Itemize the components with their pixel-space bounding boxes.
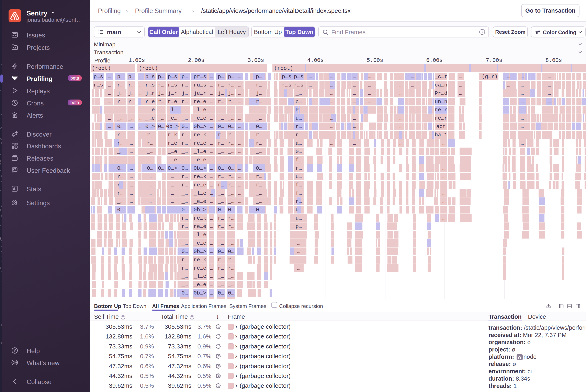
svg-text:…: … <box>399 90 402 96</box>
svg-text:…: … <box>210 174 213 180</box>
svg-text:…: … <box>521 82 524 88</box>
svg-text:0b…>: 0b…> <box>194 290 206 296</box>
svg-text:0…: 0… <box>228 248 234 254</box>
svg-text:…: … <box>210 132 213 138</box>
svg-text:_e…e: _e…e <box>193 115 206 121</box>
svg-text:p…s: p…s <box>145 74 155 80</box>
svg-text:…: … <box>210 198 213 204</box>
svg-text:0…>: 0…> <box>168 165 177 171</box>
svg-text:0…: 0… <box>256 124 262 130</box>
svg-text:act: act <box>436 124 446 130</box>
svg-text:…: … <box>330 124 333 130</box>
svg-text:…: … <box>130 148 133 155</box>
svg-text:r…: r… <box>147 140 153 146</box>
svg-text:r…: r… <box>228 265 234 271</box>
svg-text:r…: r… <box>256 174 262 180</box>
svg-text:_…: _… <box>181 107 188 113</box>
svg-text:r…s: r…s <box>145 82 155 88</box>
svg-text:…: … <box>210 157 213 163</box>
svg-text:…: … <box>210 248 213 254</box>
svg-text:…: … <box>210 273 213 280</box>
svg-text:…: … <box>148 190 152 196</box>
svg-text:…: … <box>399 140 402 146</box>
svg-text:_…: _… <box>228 282 234 288</box>
svg-text:_…: _… <box>181 282 188 288</box>
svg-text:…: … <box>507 82 510 88</box>
svg-text:r…: r… <box>117 174 123 180</box>
svg-text:…: … <box>399 132 402 138</box>
svg-text:_…: _… <box>217 148 224 155</box>
svg-text:r…: r… <box>117 182 123 188</box>
svg-text:0…: 0… <box>158 124 164 130</box>
svg-text:…: … <box>130 190 133 196</box>
svg-text:…: … <box>238 165 241 171</box>
svg-text:…: … <box>411 74 414 80</box>
svg-text:j…: j… <box>117 90 123 96</box>
svg-text:…: … <box>108 99 111 105</box>
svg-text:…: … <box>238 115 241 121</box>
svg-text:…: … <box>368 74 371 80</box>
svg-text:r…: r… <box>228 140 234 146</box>
svg-text:…: … <box>139 74 143 80</box>
svg-text:…: … <box>442 190 445 196</box>
svg-text:…: … <box>353 82 356 88</box>
svg-text:r…: r… <box>117 99 123 105</box>
svg-text:…: … <box>353 99 356 105</box>
svg-text:u…: u… <box>295 215 302 221</box>
svg-text:…: … <box>521 90 524 96</box>
svg-text:0b…>: 0b…> <box>194 248 206 254</box>
svg-text:…: … <box>130 174 133 180</box>
svg-text:…: … <box>210 148 213 155</box>
svg-text:…: … <box>238 140 241 146</box>
svg-text:p…: p… <box>181 74 188 80</box>
svg-text:_…: _… <box>181 190 188 196</box>
svg-text:_…: _… <box>217 198 224 204</box>
svg-text:…: … <box>353 115 356 121</box>
svg-text:r…: r… <box>256 140 262 146</box>
svg-text:…: … <box>521 132 524 138</box>
svg-text:…: … <box>238 182 241 188</box>
svg-text:…: … <box>148 174 152 180</box>
svg-text:…: … <box>238 174 241 180</box>
svg-text:c…: c… <box>295 99 302 105</box>
svg-text:ca…n: ca…n <box>435 82 447 88</box>
svg-text:…: … <box>399 82 402 88</box>
svg-text:r…: r… <box>181 132 188 138</box>
svg-text:…: … <box>521 124 524 130</box>
svg-text:0b…>: 0b…> <box>194 124 206 130</box>
svg-text:0…: 0… <box>181 165 188 171</box>
svg-text:j…: j… <box>256 90 262 96</box>
svg-text:…: … <box>459 82 462 88</box>
svg-text:…: … <box>238 90 241 96</box>
svg-text:…: … <box>521 107 524 113</box>
svg-text:re…e: re…e <box>194 140 206 146</box>
svg-text:…: … <box>108 90 111 96</box>
svg-text:r…: r… <box>181 224 188 230</box>
svg-text:r…: r… <box>128 99 134 105</box>
svg-text:re…e: re…e <box>194 99 206 105</box>
svg-text:r…: r… <box>181 265 188 271</box>
svg-text:…: … <box>442 157 445 163</box>
svg-text:…: … <box>210 190 213 196</box>
svg-text:r…: r… <box>218 257 224 263</box>
svg-text:…: … <box>521 140 524 146</box>
svg-text:_e…: _e… <box>168 115 177 121</box>
svg-text:_…: _… <box>117 115 123 121</box>
svg-text:r…: r… <box>218 132 224 138</box>
svg-text:…: … <box>548 90 551 96</box>
svg-text:r…: r… <box>256 99 262 105</box>
svg-text:…: … <box>330 107 333 113</box>
svg-text:0…: 0… <box>158 165 164 171</box>
svg-text:…: … <box>330 99 333 105</box>
svg-text:r…: r… <box>228 215 234 221</box>
svg-text:r…: r… <box>218 174 224 180</box>
svg-text:_…: _… <box>256 107 262 113</box>
svg-text:_…: _… <box>147 157 153 163</box>
svg-text:…: … <box>130 124 133 130</box>
svg-text:r…: r… <box>295 165 302 171</box>
svg-text:…: … <box>368 82 371 88</box>
svg-text:…: … <box>521 115 524 121</box>
svg-text:_l…e: _l…e <box>193 107 206 113</box>
svg-text:…: … <box>399 99 402 105</box>
svg-text:_…: _… <box>228 198 234 204</box>
